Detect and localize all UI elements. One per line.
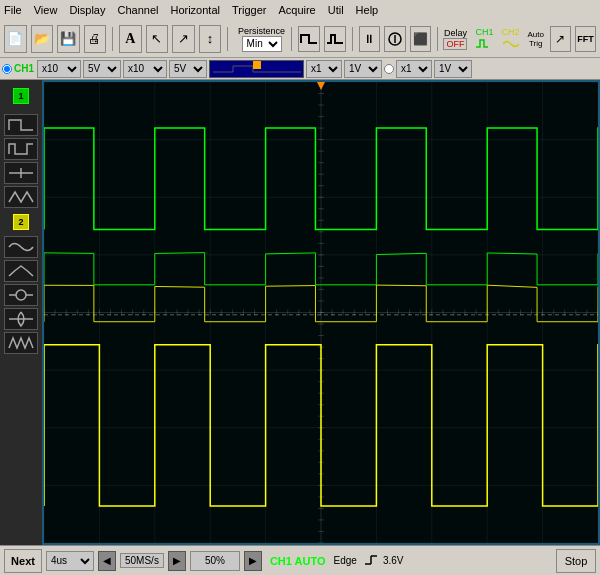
menu-trigger[interactable]: Trigger (232, 4, 266, 16)
ch1-scale2-select[interactable]: 5V1V (169, 60, 207, 78)
ch1-probe-select[interactable]: x10x1x100 (37, 60, 81, 78)
pointer-button[interactable]: ↕ (199, 25, 222, 53)
persistence-select[interactable]: Min 0.5s 1s Inf (242, 36, 282, 52)
nav-left-button[interactable]: ◀ (98, 551, 116, 571)
bottom-bar: Next 4us2us10us ◀ 50MS/s ▶ 50% ▶ CH1 AUT… (0, 545, 600, 575)
run-button[interactable] (384, 26, 406, 52)
ch1-status-display: CH1 AUTO (270, 555, 326, 567)
menu-acquire[interactable]: Acquire (278, 4, 315, 16)
menu-channel[interactable]: Channel (117, 4, 158, 16)
main-area: 1 2 (0, 80, 600, 545)
ch1-control: CH1 (475, 27, 493, 51)
svg-point-8 (16, 290, 26, 300)
menu-view[interactable]: View (34, 4, 58, 16)
menu-util[interactable]: Util (328, 4, 344, 16)
auto-trig-label: Auto (528, 30, 544, 39)
ch1-wave-icon (476, 37, 492, 51)
pulse-wave-button[interactable] (324, 26, 346, 52)
ch1-control-label: CH1 (475, 27, 493, 37)
toolbar-separator-4 (352, 27, 353, 51)
toolbar-separator-2 (227, 27, 228, 51)
toolbar: 📄 📂 💾 🖨 A ↖ ↗ ↕ Persistence Min 0.5s 1s … (0, 20, 600, 58)
toolbar-separator-5 (437, 27, 438, 51)
ch2-wave-icon (503, 37, 519, 51)
auto-trig-control: Auto Trig (528, 30, 544, 48)
new-button[interactable]: 📄 (4, 25, 27, 53)
ch1-scale-select[interactable]: 5V1V2V500mV (83, 60, 121, 78)
cursor-tool-button[interactable]: ↖ (146, 25, 169, 53)
toolbar-separator-1 (112, 27, 113, 51)
probe-icon-6[interactable] (4, 260, 38, 282)
arrow-tool-button[interactable]: ↗ (172, 25, 195, 53)
trig-mult2-select[interactable]: x1x10 (396, 60, 432, 78)
ch1-label: CH1 (14, 63, 34, 74)
ch2-radio[interactable] (384, 64, 394, 74)
sample-rate-display: 50MS/s (120, 553, 164, 568)
delay-status[interactable]: OFF (443, 38, 467, 50)
trig-scale-select[interactable]: 1V5V (344, 60, 382, 78)
percentage-display: 50% (190, 551, 240, 571)
ch2-control-label: CH2 (502, 27, 520, 37)
menu-bar: File View Display Channel Horizontal Tri… (0, 0, 600, 20)
probe-icon-9[interactable] (4, 332, 38, 354)
timebase-marker (253, 61, 261, 69)
stop-toolbar-button[interactable]: ⬛ (410, 26, 431, 52)
probe-icon-7[interactable] (4, 284, 38, 306)
ch1-radio[interactable] (2, 64, 12, 74)
probe-icon-1[interactable] (4, 114, 38, 136)
open-button[interactable]: 📂 (31, 25, 54, 53)
probe-icon-8[interactable] (4, 308, 38, 330)
delay-control: Delay OFF (443, 28, 467, 50)
edge-label: Edge (334, 555, 357, 566)
ch2-position-marker[interactable]: 2 (13, 214, 29, 230)
voltage-display: 3.6V (383, 555, 404, 566)
scope-canvas (44, 82, 598, 543)
delay-label: Delay (444, 28, 467, 38)
menu-file[interactable]: File (4, 4, 22, 16)
probe-icon-2[interactable] (4, 138, 38, 160)
ch-controls-row: CH1 x10x1x100 5V1V2V500mV x10x1 5V1V x1x… (0, 58, 600, 80)
next-button[interactable]: Next (4, 549, 42, 573)
timebase-select[interactable]: 4us2us10us (46, 551, 94, 571)
probe-icon-3[interactable] (4, 162, 38, 184)
nav-right-button[interactable]: ▶ (168, 551, 186, 571)
menu-display[interactable]: Display (69, 4, 105, 16)
auto-trig-label2: Trig (529, 39, 542, 48)
edge-icon (363, 554, 379, 568)
print-button[interactable]: 🖨 (84, 25, 107, 53)
stop-button[interactable]: Stop (556, 549, 596, 573)
menu-horizontal[interactable]: Horizontal (170, 4, 220, 16)
scope-screen (42, 80, 600, 545)
ch2-control: CH2 (502, 27, 520, 51)
left-sidebar: 1 2 (0, 80, 42, 545)
persistence-box: Persistence Min 0.5s 1s Inf (238, 26, 285, 52)
auto-trig-button[interactable]: ↗ (550, 26, 571, 52)
save-button[interactable]: 💾 (57, 25, 80, 53)
ch1-probe2-select[interactable]: x10x1 (123, 60, 167, 78)
pct-expand-button[interactable]: ▶ (244, 551, 262, 571)
fft-button[interactable]: FFT (575, 26, 596, 52)
ch1-position-marker[interactable]: 1 (13, 88, 29, 104)
toolbar-separator-3 (291, 27, 292, 51)
timebase-display (209, 60, 304, 78)
persistence-label: Persistence (238, 26, 285, 36)
square-wave-button[interactable] (298, 26, 320, 52)
pause-button[interactable]: ⏸ (359, 26, 380, 52)
probe-icon-4[interactable] (4, 186, 38, 208)
text-tool-button[interactable]: A (119, 25, 142, 53)
trig-mult-select[interactable]: x1x10 (306, 60, 342, 78)
probe-icon-5[interactable] (4, 236, 38, 258)
trig-scale2-select[interactable]: 1V5V (434, 60, 472, 78)
menu-help[interactable]: Help (356, 4, 379, 16)
